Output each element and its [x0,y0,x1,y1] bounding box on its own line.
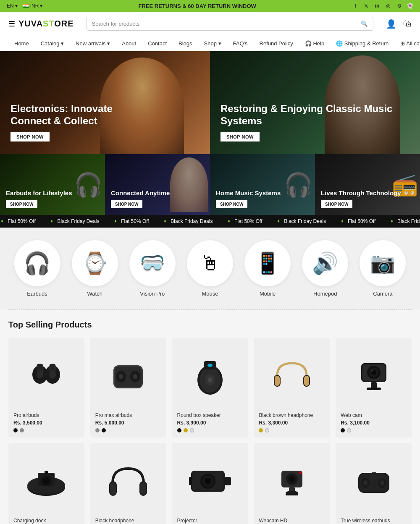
homepod-icon: 🔊 [312,251,338,275]
category-vision-circle: 🥽 [129,240,176,286]
marquee-item: ✦ Black Friday Deals [50,218,99,224]
sub-shop-connected[interactable]: SHOP NOW [111,200,142,208]
product-name-5: Web cam [341,412,407,418]
twitter-icon[interactable]: 𝕏 [363,3,370,9]
hamburger-menu[interactable]: ☰ [8,19,15,29]
nav-refund[interactable]: Refund Policy [254,36,299,51]
category-vision-pro[interactable]: 🥽 Vision Pro [129,240,176,297]
svg-point-15 [207,364,213,367]
product-name-6: Charging dock [13,518,79,524]
marquee-strip: ✦ Flat 50% Off ✦ Black Friday Deals ✦ Fl… [0,215,420,228]
color-dot-gold [259,428,263,432]
category-mobile[interactable]: 📱 Mobile [244,240,291,297]
category-earbuds-circle: 🎧 [14,240,60,286]
color-dots-5 [341,428,407,432]
search-icon: 🔍 [361,21,368,27]
language-selector[interactable]: EN ▾ [7,3,18,9]
product-card-6[interactable]: Charging dock Rs. 2,800.00 [8,443,84,524]
sub-title-lives-tech: Lives Through Technology [321,189,414,197]
product-card-5[interactable]: Web cam Rs. 3,100.00 [336,338,412,438]
cart-icon[interactable]: 🛍 [403,19,412,29]
sub-shop-lives-tech[interactable]: SHOP NOW [321,200,352,208]
nav-new-arrivals[interactable]: New arrivals ▾ [70,36,116,51]
product-card-2[interactable]: Pro max airbuds Rs. 5,000.00 [90,338,166,438]
svg-point-34 [43,478,49,484]
account-icon[interactable]: 👤 [386,19,396,29]
category-mouse[interactable]: 🖱 Mouse [187,240,233,297]
product-card-7[interactable]: Black headphone Rs. 4,200.00 [90,443,166,524]
svg-rect-29 [367,388,381,390]
svg-point-5 [49,370,56,379]
site-logo[interactable]: YUVASTORE [18,19,74,29]
product-card-8[interactable]: Projector Rs. 8,500.00 [172,443,248,524]
product-name-8: Projector [177,518,243,524]
nav-shipping[interactable]: 🌐 Shipping & Return [330,36,394,51]
hero-left-shop-btn[interactable]: SHOP NOW [10,132,50,141]
sub-shop-earbuds[interactable]: SHOP NOW [6,200,37,208]
hero-left-title: Electronics: InnovateConnect & Collect [10,103,200,127]
nav-all-categories[interactable]: ⊞ All categories [394,36,420,51]
nav-contact[interactable]: Contact [142,36,173,51]
color-dot-black [341,428,345,432]
category-earbuds-label: Earbuds [27,291,47,297]
color-dot-white [347,428,351,432]
color-dot-black [102,428,106,432]
svg-rect-35 [45,471,48,474]
category-homepod[interactable]: 🔊 Homepod [302,240,348,297]
svg-point-54 [299,472,302,474]
mobile-icon: 📱 [255,251,281,275]
category-watch[interactable]: ⌚ Watch [72,240,118,297]
category-mobile-label: Mobile [260,291,276,297]
marquee-item: ✦ Black Friday Deals [163,218,213,224]
sub-banners: 🎧 Earbuds for Lifestyles SHOP NOW Connec… [0,154,420,215]
sub-shop-home-music[interactable]: SHOP NOW [216,200,247,208]
color-dot-black [177,428,181,432]
category-earbuds[interactable]: 🎧 Earbuds [14,240,60,297]
search-button[interactable]: 🔍 [356,21,373,27]
svg-rect-39 [140,482,146,495]
product-card-1[interactable]: Pro airbuds Rs. 3,500.00 [8,338,84,438]
category-camera[interactable]: 📷 Camera [360,240,406,297]
product-icon-speaker [189,353,231,399]
product-name-7: Black headphone [95,518,161,524]
marquee-item: ✦ Flat 50% Off [0,218,36,224]
svg-point-11 [133,374,137,379]
linkedin-icon[interactable]: in [374,3,381,9]
nav-shop[interactable]: Shop ▾ [198,36,227,51]
product-card-9[interactable]: Webcam HD Rs. 3,500.00 [254,443,330,524]
snapchat-icon[interactable]: 👻 [407,3,413,9]
product-img-8 [177,448,243,514]
product-img-6 [13,448,79,514]
social-icons: f 𝕏 in ◎ 𝕻 👻 [352,3,413,9]
instagram-icon[interactable]: ◎ [385,3,391,9]
product-price-5: Rs. 3,100.00 [341,420,407,426]
hero-left-content: Electronics: InnovateConnect & Collect S… [0,51,210,154]
currency-selector[interactable]: 🇮🇳 INR ▾ [23,3,43,9]
sub-title-connected: Connected Anytime [111,189,204,197]
product-grid-row2: Charging dock Rs. 2,800.00 Black headpho… [8,443,412,524]
category-mobile-circle: 📱 [244,240,291,286]
nav-help[interactable]: 🎧 Help [299,36,330,51]
product-card-4[interactable]: Black brown headphone Rs. 3,300.00 [254,338,330,438]
facebook-icon[interactable]: f [352,3,359,9]
marquee-item: ✦ Black Friday Deals [276,218,326,224]
svg-point-44 [205,478,211,485]
header-icons: 👤 🛍 [386,19,412,29]
search-input[interactable] [87,17,356,30]
hero-right-shop-btn[interactable]: SHOP NOW [220,132,260,141]
product-card-3[interactable]: Round box speaker Rs. 3,900.00 [172,338,248,438]
nav-home[interactable]: Home [8,36,35,51]
product-card-10[interactable]: True wireless earbuds Rs. 4,100.00 [336,443,412,524]
svg-point-50 [290,477,294,481]
svg-rect-28 [371,382,377,388]
marquee-item: ✦ Flat 50% Off [227,218,262,224]
nav-blogs[interactable]: Blogs [173,36,198,51]
nav-about[interactable]: About [116,36,142,51]
sub-content-lives-tech: Lives Through Technology SHOP NOW [315,154,420,215]
nav-catalog[interactable]: Catalog ▾ [35,36,70,51]
nav-faq[interactable]: FAQ's [227,36,254,51]
sub-banner-earbuds: 🎧 Earbuds for Lifestyles SHOP NOW [0,154,105,215]
sub-content-home-music: Home Music Systems SHOP NOW [210,154,315,215]
color-dots-3 [177,428,243,432]
pinterest-icon[interactable]: 𝕻 [396,3,402,9]
